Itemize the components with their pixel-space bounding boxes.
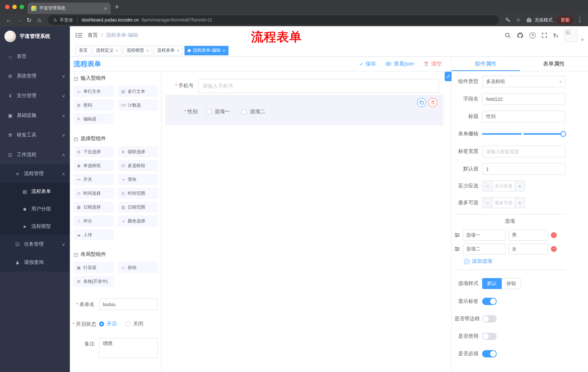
home-button[interactable]: ⌂ xyxy=(34,17,44,23)
tag-close-icon[interactable]: × xyxy=(177,48,179,53)
new-tab-button[interactable]: + xyxy=(115,3,119,11)
sidebar-item-system-management[interactable]: ⚙ 系统管理 ∨ xyxy=(0,66,70,86)
stepper-placeholder[interactable]: 最多可选 xyxy=(493,198,514,208)
delete-component-button[interactable] xyxy=(428,98,437,107)
increment-button[interactable]: + xyxy=(514,181,525,191)
palette-item-multi-line-text[interactable]: ▤多行文本 xyxy=(118,86,158,97)
app-logo[interactable]: 芋道管理系统 xyxy=(0,26,70,47)
checkbox-option-2[interactable]: 选项二 xyxy=(242,108,265,115)
window-close-button[interactable] xyxy=(5,5,10,9)
remove-option-button[interactable]: − xyxy=(551,232,557,238)
default-value-input[interactable] xyxy=(482,163,566,175)
palette-item-rich-editor[interactable]: ✎编辑器 xyxy=(74,114,114,125)
tag-process-definition[interactable]: 流程定义 × xyxy=(93,46,122,55)
label-width-input[interactable] xyxy=(482,146,566,157)
drag-handle-icon[interactable] xyxy=(454,233,460,238)
option-label-input[interactable] xyxy=(463,244,506,255)
window-minimize-button[interactable] xyxy=(12,5,17,9)
tag-close-icon[interactable]: × xyxy=(223,48,225,53)
phone-input[interactable] xyxy=(198,79,439,93)
palette-item-cascader[interactable]: ⋔级联选择 xyxy=(118,146,158,157)
stepper-placeholder[interactable]: 至少应选 xyxy=(493,181,514,191)
slider-handle[interactable] xyxy=(560,131,566,137)
tag-process-form[interactable]: 流程表单 × xyxy=(154,46,183,55)
forward-button[interactable]: → xyxy=(14,17,24,23)
back-button[interactable]: ← xyxy=(4,17,14,23)
sidebar-item-home[interactable]: ⌂ 首页 xyxy=(0,47,70,66)
tag-process-model[interactable]: 流程模型 × xyxy=(123,46,152,55)
palette-item-table-dev[interactable]: ⊞表格[开发中] xyxy=(74,276,114,287)
help-icon[interactable]: ? xyxy=(529,32,536,38)
field-name-input[interactable] xyxy=(482,93,566,105)
palette-item-slider[interactable]: ⊸滑块 xyxy=(118,174,158,185)
border-switch[interactable] xyxy=(482,315,497,322)
form-name-input[interactable] xyxy=(99,298,158,310)
show-label-switch[interactable] xyxy=(482,298,497,305)
avatar[interactable] xyxy=(564,29,577,42)
fullscreen-icon[interactable] xyxy=(541,32,547,38)
remove-option-button[interactable]: − xyxy=(551,246,557,252)
window-zoom-button[interactable] xyxy=(20,5,24,9)
tag-process-form-edit[interactable]: 流程表单-编辑 × xyxy=(184,46,229,55)
component-type-select[interactable]: 多选框组 ▾ xyxy=(482,76,566,87)
decrement-button[interactable]: − xyxy=(483,198,493,208)
style-default-button[interactable]: 默认 xyxy=(482,278,502,289)
search-icon[interactable] xyxy=(505,32,511,38)
sidebar-item-user-group[interactable]: ☻ 用户分组 xyxy=(0,200,70,218)
breadcrumb-home[interactable]: 首页 xyxy=(88,32,98,39)
hamburger-menu-icon[interactable] xyxy=(76,32,83,38)
palette-item-rate[interactable]: ☆评分 xyxy=(74,215,114,226)
palette-item-select[interactable]: ⊚下拉选择 xyxy=(74,146,114,157)
title-input[interactable] xyxy=(482,111,566,122)
sidebar-item-workflow[interactable]: ⊡ 工作流程 ∧ xyxy=(0,145,70,165)
drag-handle-icon[interactable] xyxy=(454,246,460,252)
palette-item-upload[interactable]: ☁上传 xyxy=(74,229,114,240)
bookmark-star-icon[interactable]: ☆ xyxy=(516,17,521,23)
canvas-item-gender-selected[interactable]: *性别 选项一 选项二 xyxy=(166,95,443,125)
sidebar-item-process-form[interactable]: ▤ 流程表单 xyxy=(0,183,70,200)
palette-item-time-picker[interactable]: ◷时间选择 xyxy=(74,188,114,199)
increment-button[interactable]: + xyxy=(514,198,525,208)
tab-form-props[interactable]: 表单属性 xyxy=(520,57,588,71)
save-button[interactable]: ✓ 保存 xyxy=(359,60,376,67)
sidebar-item-process-management[interactable]: ≡ 流程管理 ∧ xyxy=(0,165,70,183)
palette-item-date-range[interactable]: ▥日期范围 xyxy=(118,202,158,213)
form-grid-slider[interactable] xyxy=(482,128,566,140)
palette-item-single-line-text[interactable]: ▭单行文本 xyxy=(74,86,114,97)
palette-item-switch[interactable]: ⊶开关 xyxy=(74,174,114,185)
tab-close-icon[interactable]: × xyxy=(104,5,107,11)
palette-item-radio-group[interactable]: ◉单选框组 xyxy=(74,160,114,171)
palette-item-counter[interactable]: 123计数器 xyxy=(118,100,158,111)
palette-item-button[interactable]: ▱按钮 xyxy=(118,262,158,273)
option-value-input[interactable] xyxy=(509,244,548,255)
browser-update-button[interactable]: 更新 xyxy=(557,16,574,24)
password-key-icon[interactable] xyxy=(505,17,511,23)
sidebar-item-infrastructure[interactable]: ▣ 基础设施 ∨ xyxy=(0,106,70,125)
radio-closed[interactable]: 关闭 xyxy=(126,321,143,327)
address-bar[interactable]: ⚠ 不安全 dashboard.yudao.iocoder.cn/bpm/man… xyxy=(48,15,499,25)
required-switch[interactable] xyxy=(482,350,497,357)
palette-item-row-container[interactable]: ▣行容器 xyxy=(74,262,114,273)
avatar-caret-icon[interactable]: ∨ xyxy=(580,37,584,41)
palette-item-password[interactable]: ⊠密码 xyxy=(74,100,114,111)
sidebar-item-payment-management[interactable]: ¥ 支付管理 ∨ xyxy=(0,86,70,106)
option-value-input[interactable] xyxy=(509,230,548,241)
disabled-switch[interactable] xyxy=(482,333,497,340)
reload-button[interactable]: ↻ xyxy=(24,17,34,23)
browser-tab[interactable]: 芋道管理系统 × xyxy=(28,2,111,14)
sidebar-item-leave-query[interactable]: ♟ 请假查询 xyxy=(0,253,70,272)
sidebar-item-dev-tools[interactable]: ⚒ 研发工具 ∨ xyxy=(0,125,70,145)
radio-open[interactable]: 开启 xyxy=(99,321,117,327)
browser-menu-button[interactable]: ⋮ ∨ xyxy=(578,17,582,23)
checkbox-option-1[interactable]: 选项一 xyxy=(206,108,230,115)
add-option-button[interactable]: + 添加选项 xyxy=(464,258,566,265)
decrement-button[interactable]: − xyxy=(483,181,493,191)
sidebar-item-task-management[interactable]: ☑ 任务管理 ∨ xyxy=(0,235,70,253)
palette-item-date-picker[interactable]: ▦日期选择 xyxy=(74,202,114,213)
palette-item-color-picker[interactable]: ◑颜色选择 xyxy=(118,215,158,226)
tab-component-props[interactable]: 组件属性 xyxy=(452,57,520,71)
copy-component-button[interactable] xyxy=(417,98,426,107)
style-button-button[interactable]: 按钮 xyxy=(502,278,521,289)
panel-link-handle[interactable] xyxy=(445,72,452,81)
palette-item-time-range[interactable]: ◴时间范围 xyxy=(118,188,158,199)
